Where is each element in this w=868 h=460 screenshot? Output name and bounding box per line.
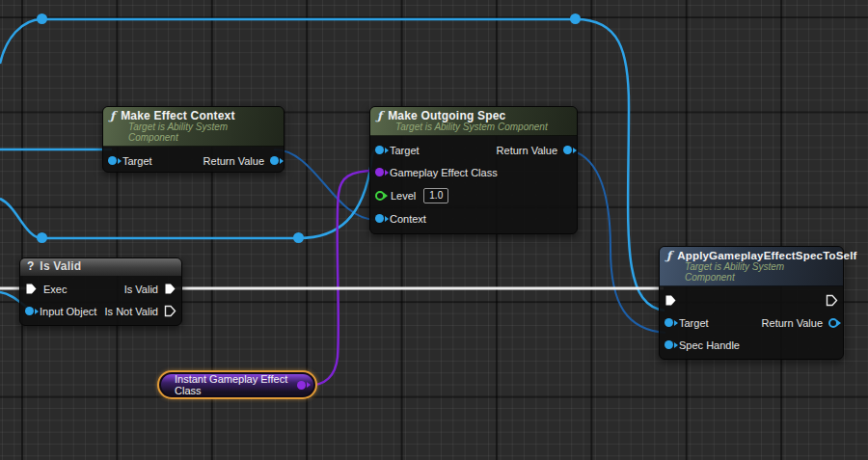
pin-spec-handle[interactable] [665,340,673,349]
pin-target[interactable] [108,156,117,165]
reroute-node[interactable] [293,232,304,243]
wire-asc-left-entry-mid[interactable] [0,199,42,238]
node-subtitle: Target is Ability System Component [685,261,835,283]
node-title: Is Valid [40,259,81,273]
pin-input-object[interactable] [25,307,34,315]
node-title: Make Outgoing Spec [388,109,505,122]
pin-label: Level [391,190,416,202]
node-subtitle: Target is Ability System Component [128,122,276,143]
node-apply-gameplay-effect-spec-to-self[interactable]: ƒ ApplyGameplayEffectSpecToSelf Target i… [659,246,844,360]
pin-label: Context [390,213,426,225]
function-icon: ƒ [110,109,115,122]
pin-target[interactable] [665,318,673,327]
node-instant-gameplay-effect-class[interactable]: Instant Gameplay Effect Class [157,370,317,399]
pin-return-value[interactable] [828,318,838,328]
level-value-input[interactable]: 1.0 [423,188,448,203]
variable-title: Instant Gameplay Effect Class [175,373,290,396]
pin-label: Target [679,317,709,329]
reroute-node[interactable] [37,14,47,24]
pin-class-output[interactable] [297,381,306,390]
node-is-valid[interactable]: ? Is Valid Exec Is Valid Input Object Is… [19,257,182,326]
node-make-effect-context[interactable]: ƒ Make Effect Context Target is Ability … [102,106,285,173]
wire-asc-to-apply-target[interactable] [576,19,665,311]
question-mark-icon: ? [27,259,34,273]
pin-level[interactable] [375,191,385,201]
pin-label: Is Valid [124,284,158,295]
node-make-outgoing-spec[interactable]: ƒ Make Outgoing Spec Target is Ability S… [369,106,578,234]
pin-label: Input Object [40,306,96,317]
pin-label: Return Value [203,155,264,167]
node-title: Make Effect Context [121,109,235,122]
node-header[interactable]: ƒ Make Outgoing Spec Target is Ability S… [370,107,577,136]
function-icon: ƒ [377,109,382,122]
node-header[interactable]: ? Is Valid [20,258,181,276]
node-header[interactable]: ƒ ApplyGameplayEffectSpecToSelf Target i… [660,247,843,286]
pin-target[interactable] [375,146,384,154]
pin-gameplay-effect-class[interactable] [375,168,384,176]
wire-effectcontext-to-context[interactable] [274,149,376,220]
function-icon: ƒ [666,249,671,262]
pin-label: Exec [43,284,67,295]
wire-asc-left-exit-top[interactable] [0,19,42,64]
exec-in-pin[interactable] [25,283,38,295]
pin-return-value[interactable] [563,146,572,154]
node-title: ApplyGameplayEffectSpecToSelf [677,250,856,261]
pin-label: Gameplay Effect Class [390,167,498,178]
pin-context[interactable] [375,214,384,223]
exec-out-pin[interactable] [826,294,838,307]
exec-out-is-valid-pin[interactable] [164,283,176,295]
reroute-node[interactable] [37,232,47,243]
blueprint-graph-canvas[interactable]: { "editor": "unreal-blueprint-graph", "c… [0,0,868,460]
pin-label: Target [390,145,420,156]
pin-label: Return Value [497,145,557,156]
pin-label: Spec Handle [679,339,740,351]
pin-label: Is Not Valid [105,306,158,317]
exec-out-is-not-valid-pin[interactable] [164,305,176,317]
pin-label: Target [122,155,152,167]
exec-in-pin[interactable] [665,294,677,307]
reroute-node[interactable] [570,14,581,24]
node-header[interactable]: ƒ Make Effect Context Target is Ability … [103,107,284,147]
pin-return-value[interactable] [270,156,279,165]
pin-label: Return Value [762,317,823,329]
node-subtitle: Target is Ability System Component [395,122,569,132]
